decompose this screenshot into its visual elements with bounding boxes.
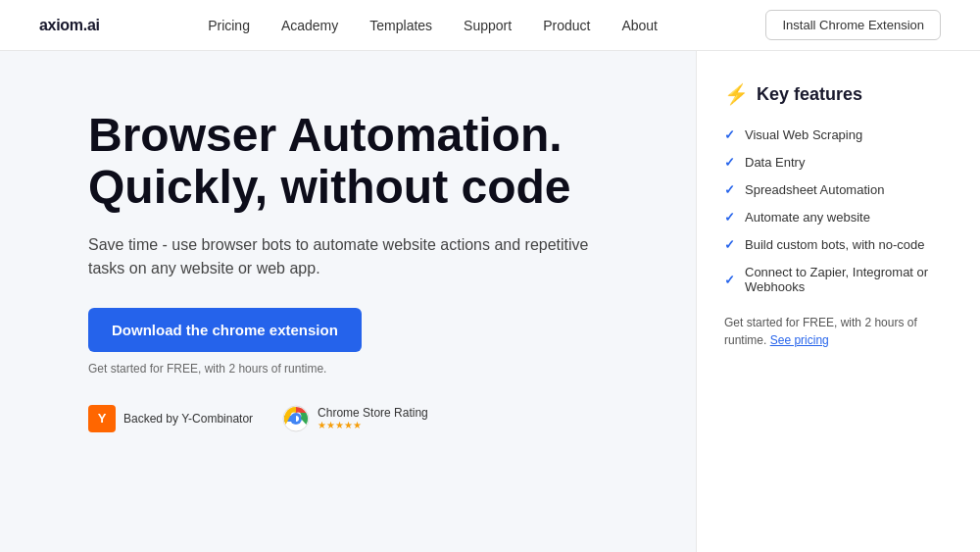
page-body: Browser Automation. Quickly, without cod… — [0, 51, 980, 552]
nav-pricing[interactable]: Pricing — [208, 18, 250, 33]
hero-section: Browser Automation. Quickly, without cod… — [0, 51, 696, 552]
feature-label: Automate any website — [745, 210, 870, 225]
check-icon: ✓ — [724, 237, 735, 252]
badges-row: Y Backed by Y-Combinator — [88, 405, 647, 432]
nav-about[interactable]: About — [621, 18, 658, 33]
feature-visual-scraping: ✓ Visual Web Scraping — [724, 127, 953, 142]
features-title: Key features — [757, 84, 862, 105]
features-footer: Get started for FREE, with 2 hours of ru… — [724, 314, 953, 349]
chrome-store-title: Chrome Store Rating — [318, 406, 428, 420]
lightning-icon: ⚡ — [724, 82, 749, 106]
feature-automate-website: ✓ Automate any website — [724, 210, 953, 225]
nav-support[interactable]: Support — [464, 18, 512, 33]
feature-label: Visual Web Scraping — [745, 127, 862, 142]
ycomb-badge: Y Backed by Y-Combinator — [88, 405, 253, 432]
hero-subtitle: Save time - use browser bots to automate… — [88, 233, 598, 280]
check-icon: ✓ — [724, 155, 735, 170]
download-extension-button[interactable]: Download the chrome extension — [88, 308, 362, 352]
feature-label: Connect to Zapier, Integromat or Webhook… — [745, 265, 953, 294]
star-rating: ★★★★★ — [318, 420, 428, 430]
header: axiom.ai Pricing Academy Templates Suppo… — [0, 0, 980, 51]
ycomb-label: Backed by Y-Combinator — [123, 412, 253, 426]
features-header: ⚡ Key features — [724, 82, 953, 106]
feature-data-entry: ✓ Data Entry — [724, 155, 953, 170]
feature-label: Spreadsheet Automation — [745, 182, 884, 197]
main-nav: Pricing Academy Templates Support Produc… — [208, 18, 658, 33]
feature-connect-zapier: ✓ Connect to Zapier, Integromat or Webho… — [724, 265, 953, 294]
install-chrome-extension-button[interactable]: Install Chrome Extension — [765, 10, 941, 40]
ycomb-icon: Y — [88, 405, 116, 432]
feature-label: Data Entry — [745, 155, 805, 170]
check-icon: ✓ — [724, 210, 735, 225]
nav-academy[interactable]: Academy — [281, 18, 338, 33]
see-pricing-link[interactable]: See pricing — [770, 333, 829, 347]
nav-templates[interactable]: Templates — [369, 18, 432, 33]
cta-subtext: Get started for FREE, with 2 hours of ru… — [88, 362, 647, 376]
check-icon: ✓ — [724, 273, 735, 287]
check-icon: ✓ — [724, 182, 735, 197]
feature-custom-bots: ✓ Build custom bots, with no-code — [724, 237, 953, 252]
logo: axiom.ai — [39, 17, 100, 34]
feature-label: Build custom bots, with no-code — [745, 237, 925, 252]
features-panel: ⚡ Key features ✓ Visual Web Scraping ✓ D… — [696, 51, 980, 552]
check-icon: ✓ — [724, 127, 735, 142]
chrome-icon — [282, 405, 310, 432]
nav-product[interactable]: Product — [543, 18, 590, 33]
feature-spreadsheet: ✓ Spreadsheet Automation — [724, 182, 953, 197]
chrome-rating-info: Chrome Store Rating ★★★★★ — [318, 406, 428, 430]
hero-title: Browser Automation. Quickly, without cod… — [88, 110, 598, 214]
chrome-badge: Chrome Store Rating ★★★★★ — [282, 405, 428, 432]
